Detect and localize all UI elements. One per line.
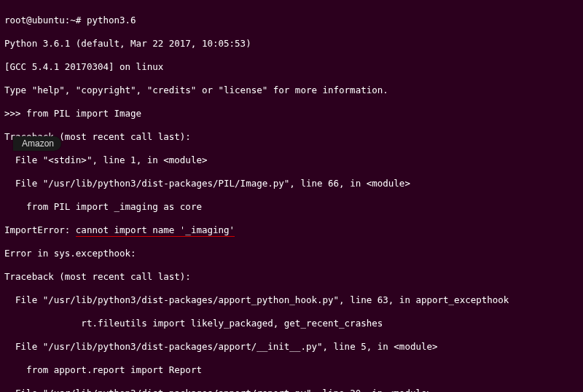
error-highlight: cannot import name '_imaging' (76, 224, 235, 237)
terminal-output[interactable]: root@ubuntu:~# python3.6 Python 3.6.1 (d… (4, 3, 579, 392)
terminal-line: rt.fileutils import likely_packaged, get… (4, 318, 579, 329)
terminal-line: ImportError: cannot import name '_imagin… (4, 224, 579, 236)
terminal-line: Error in sys.excepthook: (4, 248, 579, 259)
error-prefix: ImportError: (4, 224, 76, 235)
terminal-line: File "<stdin>", line 1, in <module> (4, 154, 579, 166)
partial-line: rt.fileutils import likely_packaged, get… (81, 318, 383, 329)
terminal-line: Traceback (most recent call last): (4, 271, 579, 283)
terminal-line: Traceback (most recent call last): (4, 131, 579, 143)
terminal-line: File "/usr/lib/python3/dist-packages/app… (4, 341, 579, 353)
terminal-line: root@ubuntu:~# python3.6 (4, 15, 579, 26)
terminal-line: File "/usr/lib/python3/dist-packages/PIL… (4, 178, 579, 189)
terminal-line: [GCC 5.4.1 20170304] on linux (4, 61, 579, 73)
terminal-line: from PIL import _imaging as core (4, 201, 579, 213)
terminal-line: Type "help", "copyright", "credits" or "… (4, 85, 579, 96)
terminal-line: Python 3.6.1 (default, Mar 22 2017, 10:0… (4, 38, 579, 50)
amazon-badge: Amazon (13, 136, 61, 151)
badge-label: Amazon (22, 138, 54, 149)
terminal-line: from apport.report import Report (4, 364, 579, 376)
terminal-line: >>> from PIL import Image (4, 108, 579, 119)
terminal-line: File "/usr/lib/python3/dist-packages/app… (4, 294, 579, 306)
terminal-line: File "/usr/lib/python3/dist-packages/app… (4, 388, 579, 392)
